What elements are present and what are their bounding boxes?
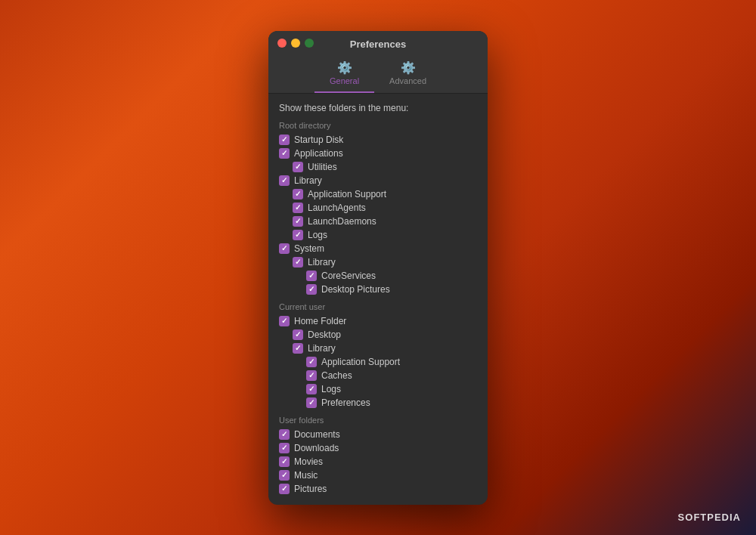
zoom-button[interactable] (305, 39, 314, 48)
checkbox-preferences[interactable] (306, 397, 317, 408)
checkbox-movies[interactable] (279, 456, 290, 467)
checkbox-library-system[interactable] (293, 257, 303, 268)
checkbox-startup-disk[interactable] (279, 135, 290, 145)
list-item[interactable]: Library (279, 174, 477, 187)
checkbox-logs-user[interactable] (306, 384, 317, 394)
checkbox-launchagents[interactable] (293, 203, 303, 213)
checkbox-home-folder[interactable] (279, 316, 290, 326)
checkbox-app-support-root[interactable] (293, 189, 303, 199)
label-downloads: Downloads (294, 443, 339, 453)
checkbox-downloads[interactable] (279, 443, 290, 453)
minimize-button[interactable] (291, 39, 300, 48)
list-item[interactable]: Application Support (279, 355, 477, 369)
list-item[interactable]: Logs (279, 228, 477, 242)
checkbox-library-root[interactable] (279, 175, 290, 186)
checkbox-launchdaemons[interactable] (293, 216, 303, 227)
list-item[interactable]: Logs (279, 382, 477, 396)
label-music: Music (294, 470, 318, 481)
section-user-header: Current user (279, 302, 477, 311)
tab-advanced[interactable]: ⚙️ Advanced (374, 56, 442, 93)
checkbox-pictures[interactable] (279, 484, 290, 494)
section-root-header: Root directory (279, 121, 477, 130)
list-item[interactable]: Home Folder (279, 314, 477, 328)
list-item[interactable]: Utilities (279, 160, 477, 174)
checkbox-logs-root[interactable] (293, 230, 303, 240)
list-item[interactable]: LaunchDaemons (279, 215, 477, 228)
checkbox-documents[interactable] (279, 429, 290, 440)
label-library-user: Library (308, 343, 336, 354)
checkbox-utilities[interactable] (293, 162, 303, 172)
label-library-root: Library (294, 175, 322, 186)
preferences-window: Preferences ⚙️ General ⚙️ Advanced Show … (268, 31, 488, 505)
list-item[interactable]: Downloads (279, 441, 477, 455)
intro-text: Show these folders in the menu: (279, 103, 477, 113)
list-item[interactable]: System (279, 242, 477, 255)
content-area: Show these folders in the menu: Root dir… (268, 94, 488, 505)
list-item[interactable]: Caches (279, 369, 477, 382)
checkbox-library-user[interactable] (293, 343, 303, 354)
list-item[interactable]: Documents (279, 428, 477, 441)
label-preferences: Preferences (321, 397, 370, 408)
window-title: Preferences (350, 39, 406, 50)
label-documents: Documents (294, 429, 340, 440)
tab-bar: ⚙️ General ⚙️ Advanced (314, 56, 442, 93)
label-library-system: Library (308, 257, 336, 268)
list-item[interactable]: Library (279, 255, 477, 269)
list-item[interactable]: Desktop (279, 328, 477, 342)
checkbox-coreservices[interactable] (306, 271, 317, 281)
label-logs-user: Logs (321, 384, 341, 394)
checkbox-applications[interactable] (279, 148, 290, 159)
advanced-gear-icon: ⚙️ (401, 60, 416, 75)
label-pictures: Pictures (294, 484, 327, 494)
checkbox-caches[interactable] (306, 370, 317, 381)
label-home-folder: Home Folder (294, 316, 346, 326)
label-launchagents: LaunchAgents (308, 203, 366, 213)
label-applications: Applications (294, 148, 343, 159)
checkbox-desktop-pictures[interactable] (306, 284, 317, 295)
checkbox-app-support-user[interactable] (306, 357, 317, 367)
list-item[interactable]: CoreServices (279, 269, 477, 283)
list-item[interactable]: Music (279, 469, 477, 482)
tab-general[interactable]: ⚙️ General (314, 56, 374, 93)
list-item[interactable]: Startup Disk (279, 133, 477, 147)
label-utilities: Utilities (308, 162, 337, 172)
label-launchdaemons: LaunchDaemons (308, 216, 376, 227)
list-item[interactable]: Applications (279, 147, 477, 160)
list-item[interactable]: Pictures (279, 482, 477, 496)
list-item[interactable]: Movies (279, 455, 477, 469)
list-item[interactable]: Preferences (279, 396, 477, 410)
label-system: System (294, 243, 324, 254)
label-desktop-pictures: Desktop Pictures (321, 284, 390, 295)
list-item[interactable]: Application Support (279, 187, 477, 201)
gear-icon: ⚙️ (337, 60, 352, 75)
traffic-lights (277, 39, 314, 48)
titlebar: Preferences ⚙️ General ⚙️ Advanced (268, 31, 488, 94)
label-startup-disk: Startup Disk (294, 135, 343, 145)
label-movies: Movies (294, 456, 323, 467)
label-coreservices: CoreServices (321, 271, 376, 281)
section-folders-header: User folders (279, 416, 477, 425)
label-logs-root: Logs (308, 230, 327, 240)
tab-advanced-label: Advanced (389, 76, 426, 85)
checkbox-desktop[interactable] (293, 329, 303, 340)
tab-general-label: General (330, 76, 359, 85)
list-item[interactable]: Library (279, 342, 477, 355)
checkbox-music[interactable] (279, 470, 290, 481)
label-app-support-root: Application Support (308, 189, 386, 199)
checkbox-system[interactable] (279, 243, 290, 254)
label-app-support-user: Application Support (321, 357, 400, 367)
label-desktop: Desktop (308, 329, 341, 340)
watermark: SOFTPEDIA (678, 512, 741, 523)
list-item[interactable]: LaunchAgents (279, 201, 477, 215)
label-caches: Caches (321, 370, 352, 381)
close-button[interactable] (277, 39, 287, 48)
list-item[interactable]: Desktop Pictures (279, 283, 477, 296)
